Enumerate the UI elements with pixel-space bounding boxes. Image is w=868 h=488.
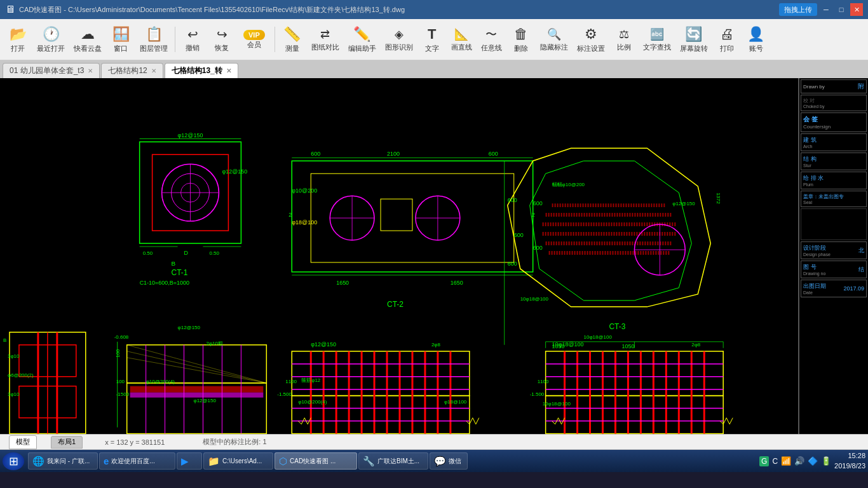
- svg-text:1100: 1100: [538, 379, 549, 384]
- svg-rect-87: [130, 393, 264, 398]
- recent-label: 最近打开: [37, 44, 65, 53]
- toolbar-rotate[interactable]: 🔄 屏幕旋转: [676, 22, 712, 57]
- tab-kindergarten[interactable]: 01 幼儿园单体全套_t3 ✕: [3, 63, 100, 78]
- svg-text:600: 600: [533, 200, 543, 207]
- bluetooth-icon[interactable]: 🔷: [808, 456, 818, 466]
- svg-text:10φ18@100: 10φ18@100: [552, 341, 584, 348]
- toolbar-recent[interactable]: 🕐 最近打开: [33, 22, 69, 57]
- hide-anno-label: 隐藏标注: [540, 43, 568, 52]
- svg-text:箍筋φ12: 箍筋φ12: [301, 377, 321, 383]
- taskbar-wechat[interactable]: 💬 微信: [430, 452, 468, 470]
- system-clock[interactable]: 15:28 2019/8/23: [834, 451, 865, 471]
- svg-text:600: 600: [508, 261, 517, 267]
- toolbar-text-search[interactable]: 🔤 文字查找: [639, 22, 675, 57]
- toolbar-anno-settings[interactable]: ⚙ 标注设置: [573, 22, 609, 57]
- seal-label: Seal: [803, 200, 864, 205]
- explorer-icon: 📁: [208, 456, 220, 467]
- svg-text:1650: 1650: [336, 280, 349, 286]
- taskbar-browser[interactable]: 🌐 我来问 - 广联...: [28, 452, 98, 470]
- minimize-button[interactable]: ─: [820, 3, 832, 16]
- layout-tab[interactable]: 布局1: [51, 436, 83, 449]
- toolbar-measure[interactable]: 📏 测量: [278, 22, 306, 57]
- maximize-button[interactable]: □: [835, 3, 848, 16]
- tab-structure13-label: 七格结构13_转: [172, 65, 222, 76]
- systray-c[interactable]: C: [772, 457, 778, 466]
- window-icon: 🪟: [112, 26, 130, 43]
- baidu-icon: e: [104, 456, 109, 466]
- account-label: 账号: [749, 44, 763, 53]
- sep1: [175, 27, 175, 52]
- svg-text:B: B: [3, 337, 6, 343]
- svg-text:2100: 2100: [387, 151, 400, 157]
- network-icon[interactable]: 📶: [781, 456, 791, 466]
- design-phase-label: Design phase: [803, 252, 831, 257]
- toolbar-vip[interactable]: VIP 会员: [237, 22, 271, 57]
- start-icon: ⊞: [9, 454, 18, 468]
- tab-kindergarten-close[interactable]: ✕: [88, 67, 93, 74]
- toolbar-recognize[interactable]: ◈ 图形识别: [381, 22, 417, 57]
- drawn-by-label: Drawn by: [803, 84, 825, 90]
- title-block: Drawn by 附 校 对 Choked by 会 签 Countersign…: [798, 78, 868, 434]
- compare-label: 图纸对比: [311, 43, 339, 52]
- svg-text:φ12@150: φ12@150: [194, 398, 217, 403]
- delete-icon: 🗑: [514, 26, 528, 43]
- toolbar-scale[interactable]: ⚖ 比例: [610, 22, 638, 57]
- cloud-label: 快看云盘: [74, 44, 102, 53]
- sep2: [275, 27, 275, 52]
- toolbar-print[interactable]: 🖨 打印: [713, 22, 741, 57]
- open-icon: 📂: [10, 26, 27, 43]
- titlebar: 🖥 CAD快速看图 - C:\Users\Administrator\Docum…: [0, 0, 868, 19]
- tab-structure13-close[interactable]: ✕: [226, 67, 231, 74]
- svg-text:φ10@200(4): φ10@200(4): [298, 399, 327, 405]
- tab-structure13[interactable]: 七格结构13_转 ✕: [165, 63, 238, 78]
- close-button[interactable]: ✕: [850, 3, 863, 16]
- stur-cn: 结 构: [803, 155, 817, 163]
- battery-icon[interactable]: 🔋: [821, 456, 831, 466]
- taskbar-explorer[interactable]: 📁 C:\Users\Ad...: [203, 452, 273, 470]
- toolbar-text[interactable]: T 文字: [418, 22, 446, 57]
- edit-icon: ✏️: [353, 26, 370, 43]
- taskbar-bim[interactable]: 🔧 广联达BIM土...: [358, 452, 428, 470]
- media-icon: ▶: [181, 456, 189, 467]
- arch-label: Arch: [803, 144, 817, 149]
- model-tab[interactable]: 模型: [9, 435, 37, 449]
- toolbar-cloud[interactable]: ☁ 快看云盘: [70, 22, 105, 57]
- cloud-icon: ☁: [81, 26, 95, 43]
- explorer-label: C:\Users\Ad...: [222, 458, 262, 464]
- svg-rect-86: [130, 386, 264, 393]
- toolbar-edit[interactable]: ✏️ 编辑助手: [344, 22, 380, 57]
- toolbar-freeline[interactable]: 〜 任意线: [477, 22, 506, 57]
- toolbar-redo[interactable]: ↪ 恢复: [208, 22, 236, 57]
- toolbar-window[interactable]: 🪟 窗口: [107, 22, 135, 57]
- sound-icon[interactable]: 🔊: [794, 456, 804, 466]
- undo-label: 撤销: [186, 43, 200, 53]
- toolbar-line[interactable]: 📐 画直线: [447, 22, 476, 57]
- svg-text:C1-10=600,B=1000: C1-10=600,B=1000: [140, 280, 189, 286]
- toolbar-compare[interactable]: ⇄ 图纸对比: [308, 22, 343, 57]
- svg-text:1050: 1050: [621, 343, 634, 349]
- systray-g[interactable]: G: [759, 456, 769, 466]
- toolbar-undo[interactable]: ↩ 撤销: [179, 22, 207, 57]
- svg-text:CT-1: CT-1: [172, 268, 188, 277]
- toolbar-layers[interactable]: 📋 图层管理: [136, 22, 172, 57]
- taskbar-cad[interactable]: ⬡ CAD快速看图 ...: [275, 452, 357, 470]
- print-label: 打印: [720, 44, 734, 53]
- countersign-cn: 会 签: [803, 115, 864, 124]
- toolbar-open[interactable]: 📂 打开: [4, 22, 32, 57]
- taskbar-media[interactable]: ▶: [177, 452, 202, 470]
- tab-structure12[interactable]: 七格结构12 ✕: [101, 63, 163, 78]
- layers-label: 图层管理: [140, 44, 168, 53]
- toolbar-delete[interactable]: 🗑 删除: [507, 22, 535, 57]
- start-button[interactable]: ⊞: [3, 452, 24, 470]
- layers-icon: 📋: [146, 26, 163, 43]
- svg-text:2φ8: 2φ8: [691, 342, 701, 348]
- upload-button[interactable]: 拖拽上传: [779, 3, 817, 16]
- svg-text:-1.500: -1.500: [277, 391, 292, 397]
- toolbar-account[interactable]: 👤 账号: [742, 22, 770, 57]
- clock-date: 2019/8/23: [834, 461, 865, 471]
- tab-structure12-close[interactable]: ✕: [151, 67, 156, 74]
- taskbar-baidu[interactable]: e 欢迎使用百度...: [99, 452, 175, 470]
- toolbar-hide-anno[interactable]: 🔍 隐藏标注: [536, 22, 572, 57]
- cad-canvas[interactable]: φ12@150 φ12@150 0.50 D 0.50 B CT-1 C1-10…: [0, 78, 798, 434]
- plum-label: Plum: [803, 182, 864, 187]
